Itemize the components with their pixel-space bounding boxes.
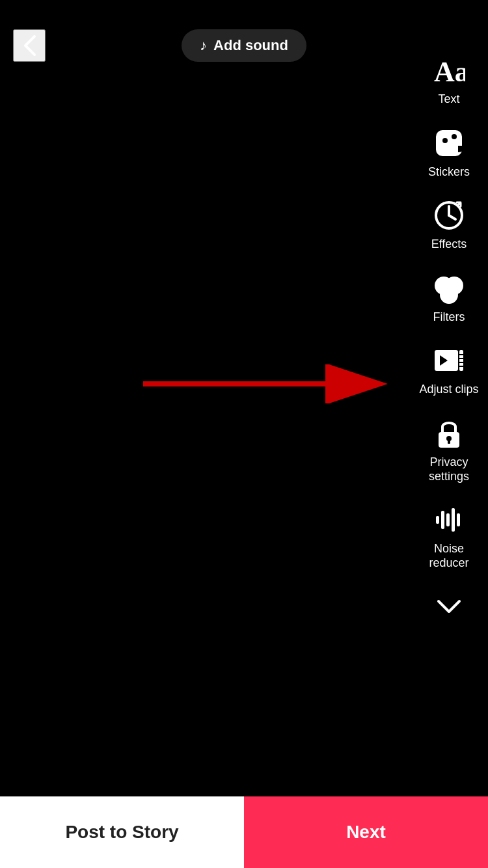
svg-rect-15 [459, 366, 463, 367]
sidebar-item-stickers[interactable]: Stickers [410, 125, 488, 180]
svg-rect-22 [452, 508, 455, 532]
svg-point-7 [440, 286, 458, 304]
text-label: Text [438, 92, 459, 107]
sidebar-item-adjust-clips[interactable]: Adjust clips [410, 342, 488, 397]
privacy-settings-label: Privacy settings [416, 455, 481, 483]
noise-reducer-label: Noise reducer [416, 542, 481, 570]
sidebar-item-text[interactable]: Aa Text [410, 52, 488, 107]
adjust-clips-icon [431, 342, 467, 379]
add-sound-label: Add sound [213, 37, 288, 54]
add-sound-button[interactable]: ♪ Add sound [182, 29, 306, 62]
sidebar-item-more[interactable] [410, 588, 488, 629]
bottom-bar: Post to Story Next [0, 796, 488, 868]
sidebar-item-effects[interactable]: Effects [410, 197, 488, 252]
sidebar-item-filters[interactable]: Filters [410, 270, 488, 325]
text-icon: Aa [431, 52, 467, 88]
svg-rect-20 [441, 511, 444, 529]
svg-rect-12 [459, 354, 463, 355]
next-label: Next [346, 822, 386, 843]
svg-rect-13 [459, 358, 463, 359]
sidebar-item-noise-reducer[interactable]: Noise reducer [410, 502, 488, 570]
back-button[interactable] [13, 29, 46, 62]
privacy-icon [431, 415, 467, 452]
arrow-annotation [130, 364, 403, 403]
svg-text:Aa: Aa [434, 56, 465, 87]
svg-rect-11 [459, 350, 463, 371]
svg-rect-21 [446, 513, 450, 526]
effects-label: Effects [431, 237, 467, 252]
adjust-clips-label: Adjust clips [419, 383, 478, 397]
chevron-down-icon [431, 588, 467, 625]
svg-rect-18 [448, 440, 450, 444]
svg-point-3 [452, 134, 457, 139]
music-note-icon: ♪ [200, 37, 207, 54]
svg-rect-14 [459, 362, 463, 363]
stickers-label: Stickers [428, 165, 470, 180]
next-button[interactable]: Next [244, 796, 488, 868]
svg-point-2 [442, 138, 448, 143]
noise-reducer-icon [431, 502, 467, 538]
effects-icon [431, 197, 467, 234]
stickers-icon [431, 125, 467, 161]
right-sidebar: Aa Text Stickers [410, 39, 488, 647]
sidebar-item-privacy-settings[interactable]: Privacy settings [410, 415, 488, 483]
filters-label: Filters [433, 310, 465, 325]
svg-rect-23 [457, 513, 460, 526]
post-to-story-button[interactable]: Post to Story [0, 796, 244, 868]
post-to-story-label: Post to Story [65, 822, 178, 843]
filters-icon [431, 270, 467, 306]
svg-rect-19 [436, 516, 439, 524]
